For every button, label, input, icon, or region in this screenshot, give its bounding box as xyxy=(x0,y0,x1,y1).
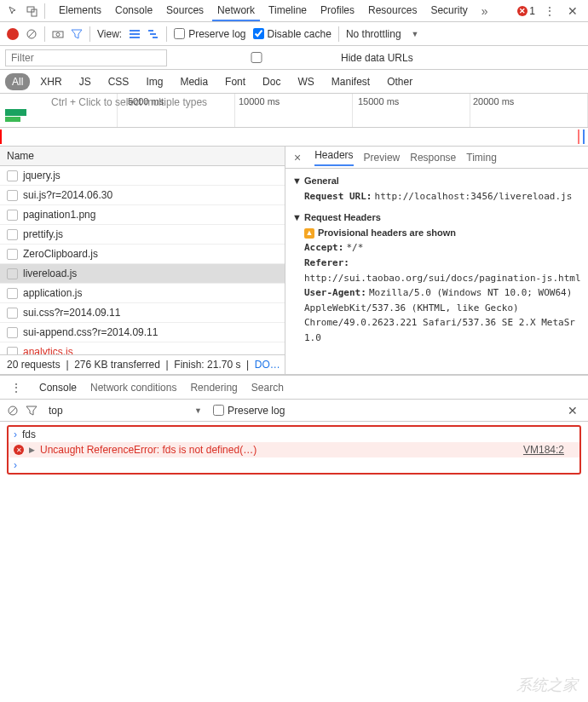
error-source-link[interactable]: VM184:2 xyxy=(523,444,564,456)
close-drawer-icon[interactable]: ✕ xyxy=(564,404,581,417)
file-icon xyxy=(7,249,18,260)
svg-rect-11 xyxy=(153,37,158,38)
file-icon xyxy=(7,327,18,338)
file-icon xyxy=(7,170,18,181)
request-row[interactable]: sui.js?r=2014.06.30 xyxy=(0,186,285,205)
type-other[interactable]: Other xyxy=(380,73,419,90)
waterfall-view-icon[interactable] xyxy=(147,29,159,39)
detail-tab-response[interactable]: Response xyxy=(410,152,456,164)
screenshot-icon[interactable] xyxy=(52,30,64,38)
close-devtools-icon[interactable]: ✕ xyxy=(564,4,581,18)
general-section[interactable]: ▼ General xyxy=(292,174,581,189)
drawer-tab-console[interactable]: Console xyxy=(39,382,77,394)
drawer-tab-network-conditions[interactable]: Network conditions xyxy=(90,382,176,394)
tl-mark: 10000 ms xyxy=(239,96,280,106)
header-row: Referer: http://sui.taobao.org/sui/docs/… xyxy=(304,256,581,285)
tl-mark: 15000 ms xyxy=(358,96,399,106)
file-icon xyxy=(7,229,18,240)
request-row[interactable]: pagination1.png xyxy=(0,205,285,225)
svg-point-5 xyxy=(56,32,60,36)
network-activity-bar xyxy=(5,117,20,122)
tl-mark: 20000 ms xyxy=(473,96,514,106)
console-input: fds xyxy=(22,429,36,440)
header-row: Accept: */* xyxy=(304,240,581,256)
close-detail-icon[interactable]: × xyxy=(291,151,304,164)
hide-urls-check[interactable]: Hide data URLs xyxy=(176,52,413,64)
expand-icon[interactable] xyxy=(29,446,35,454)
request-row[interactable]: ZeroClipboard.js xyxy=(0,245,285,264)
record-button[interactable] xyxy=(7,28,19,40)
clear-icon[interactable] xyxy=(26,28,37,40)
request-row[interactable]: analytics.js xyxy=(0,342,285,354)
tab-timeline[interactable]: Timeline xyxy=(263,1,312,21)
tab-resources[interactable]: Resources xyxy=(363,1,422,21)
filter-input[interactable] xyxy=(5,49,167,66)
request-row[interactable]: sui-append.css?r=2014.09.11 xyxy=(0,323,285,342)
clear-console-icon[interactable] xyxy=(7,405,19,417)
tl-mark: 5000 ms xyxy=(128,96,164,106)
file-icon xyxy=(7,308,18,319)
timeline-overview[interactable]: Ctrl + Click to select multiple types 50… xyxy=(0,94,588,128)
device-icon[interactable] xyxy=(26,4,39,18)
context-selector[interactable]: top▼ xyxy=(44,403,206,418)
tab-console[interactable]: Console xyxy=(110,1,158,21)
console-input-row: › fds xyxy=(9,427,579,442)
type-xhr[interactable]: XHR xyxy=(33,73,68,90)
type-filter-bar: AllXHRJSCSSImgMediaFontDocWSManifestOthe… xyxy=(0,70,588,94)
filter-icon[interactable] xyxy=(71,28,83,40)
prompt-icon: › xyxy=(14,459,17,471)
file-icon xyxy=(7,288,18,299)
file-icon xyxy=(7,190,18,201)
error-icon: ✕ xyxy=(14,445,24,455)
file-icon xyxy=(7,347,18,355)
type-img[interactable]: Img xyxy=(139,73,170,90)
tab-elements[interactable]: Elements xyxy=(54,1,107,21)
drawer-tab-search[interactable]: Search xyxy=(251,382,284,394)
timeline-bars xyxy=(0,128,588,147)
tab-security[interactable]: Security xyxy=(425,1,472,21)
network-activity-bar xyxy=(5,109,26,116)
tab-sources[interactable]: Sources xyxy=(161,1,209,21)
type-font[interactable]: Font xyxy=(218,73,252,90)
console-filter-icon[interactable] xyxy=(26,405,37,417)
name-column-header[interactable]: Name xyxy=(0,147,285,166)
large-rows-icon[interactable] xyxy=(129,29,141,39)
preserve-log-check[interactable]: Preserve log xyxy=(174,28,245,40)
type-doc[interactable]: Doc xyxy=(256,73,287,90)
detail-tab-preview[interactable]: Preview xyxy=(364,152,401,164)
error-count[interactable]: ✕1 xyxy=(517,5,535,17)
drawer-tab-rendering[interactable]: Rendering xyxy=(190,382,237,394)
inspect-icon[interactable] xyxy=(7,4,20,18)
req-headers-section[interactable]: ▼ Request Headers xyxy=(292,210,581,226)
detail-tab-headers[interactable]: Headers xyxy=(314,149,353,166)
menu-icon[interactable]: ⋮ xyxy=(540,4,559,18)
view-label: View: xyxy=(97,28,122,40)
highlighted-console-block: › fds ✕ Uncaught ReferenceError: fds is … xyxy=(7,425,581,475)
disable-cache-check[interactable]: Disable cache xyxy=(253,28,331,40)
type-css[interactable]: CSS xyxy=(101,73,136,90)
chevron-down-icon[interactable]: ▼ xyxy=(412,30,419,38)
request-row[interactable]: livereload.js xyxy=(0,264,285,284)
type-js[interactable]: JS xyxy=(72,73,98,90)
file-icon xyxy=(7,210,18,221)
type-media[interactable]: Media xyxy=(173,73,215,90)
svg-rect-10 xyxy=(150,33,156,35)
console-error-row[interactable]: ✕ Uncaught ReferenceError: fds is not de… xyxy=(9,442,579,457)
detail-tab-timing[interactable]: Timing xyxy=(466,152,497,164)
more-tabs-icon[interactable]: » xyxy=(478,4,492,18)
request-row[interactable]: sui.css?r=2014.09.11 xyxy=(0,303,285,323)
throttling-select[interactable]: No throttling xyxy=(346,28,401,40)
drawer-menu-icon[interactable]: ⋮ xyxy=(7,381,26,394)
request-row[interactable]: jquery.js xyxy=(0,166,285,186)
devtools-tabs: ElementsConsoleSourcesNetworkTimelinePro… xyxy=(54,1,473,21)
tab-profiles[interactable]: Profiles xyxy=(315,1,360,21)
request-row[interactable]: application.js xyxy=(0,284,285,303)
svg-rect-9 xyxy=(148,30,153,32)
preserve-log-console[interactable]: Preserve log xyxy=(213,405,285,417)
console-prompt-row[interactable]: › xyxy=(9,457,579,473)
request-row[interactable]: prettify.js xyxy=(0,225,285,245)
type-ws[interactable]: WS xyxy=(291,73,320,90)
type-manifest[interactable]: Manifest xyxy=(325,73,377,90)
type-all[interactable]: All xyxy=(5,73,30,90)
tab-network[interactable]: Network xyxy=(212,1,260,21)
